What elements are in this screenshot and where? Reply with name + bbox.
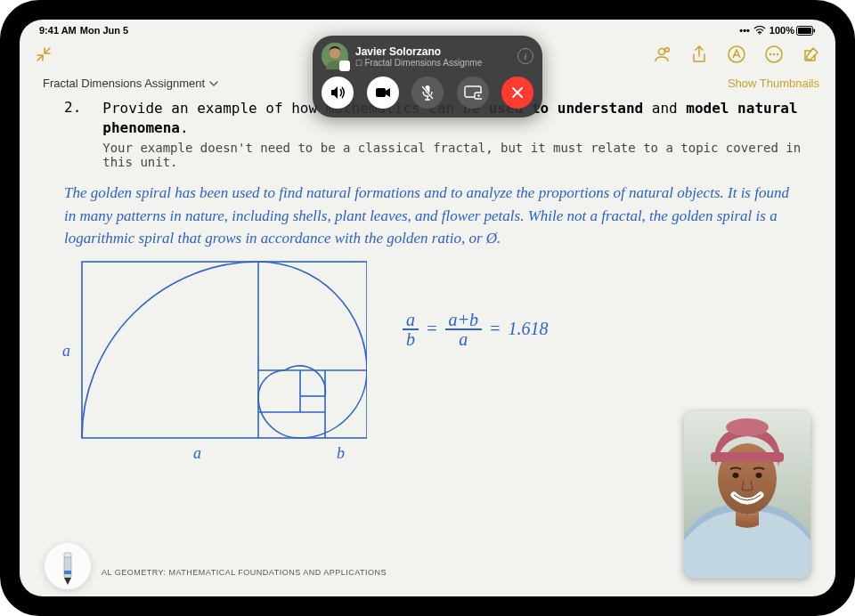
question-sub: Your example doesn't need to be a classi… — [102, 141, 803, 169]
svg-point-0 — [759, 33, 761, 35]
diagram-label-a-left: a — [62, 342, 70, 361]
battery-icon — [796, 26, 816, 36]
caller-subtitle: Fractal Dimensions Assignme — [355, 58, 510, 68]
svg-rect-2 — [798, 28, 811, 34]
golden-spiral-diagram — [64, 257, 367, 449]
status-time: 9:41 AM — [39, 25, 77, 36]
screen-share-icon — [464, 85, 482, 100]
show-thumbnails-button[interactable]: Show Thumbnails — [728, 77, 819, 90]
svg-point-10 — [777, 53, 778, 55]
mic-off-icon — [420, 85, 435, 101]
caller-name: Javier Solorzano — [355, 45, 510, 58]
wifi-icon — [753, 26, 766, 35]
battery-pct: 100% — [770, 25, 794, 36]
camera-button[interactable] — [367, 77, 399, 109]
golden-ratio-equation: ab = a+ba = 1.618 — [403, 311, 549, 348]
svg-rect-24 — [711, 452, 784, 462]
svg-marker-20 — [64, 578, 71, 585]
status-date: Mon Jun 5 — [80, 25, 128, 36]
svg-point-27 — [756, 473, 762, 478]
handwritten-answer: The golden spiral has been used to find … — [64, 182, 803, 250]
svg-rect-3 — [814, 28, 816, 32]
svg-point-8 — [770, 53, 771, 55]
svg-point-4 — [659, 49, 665, 55]
diagram-label-a-bottom: a — [193, 444, 201, 463]
facetime-self-view[interactable] — [684, 411, 810, 579]
svg-rect-21 — [64, 553, 71, 557]
compose-icon[interactable] — [802, 45, 821, 64]
collaborate-icon[interactable] — [652, 45, 672, 64]
end-call-button[interactable] — [501, 77, 533, 109]
svg-point-9 — [773, 53, 775, 55]
more-icon[interactable] — [764, 45, 784, 64]
svg-point-25 — [726, 418, 769, 436]
markup-icon[interactable] — [727, 45, 746, 64]
svg-point-29 — [330, 48, 340, 59]
pencil-icon — [54, 547, 81, 585]
mute-button[interactable] — [411, 77, 444, 109]
pencil-tool-button[interactable] — [45, 543, 91, 589]
video-icon — [375, 86, 391, 99]
note-title-dropdown[interactable]: Fractal Dimensions Assignment — [43, 77, 219, 90]
diagram-label-b-bottom: b — [337, 444, 345, 463]
status-bar: 9:41 AM Mon Jun 5 ••• 100% — [20, 20, 835, 37]
screen-share-button[interactable] — [457, 77, 489, 109]
svg-rect-19 — [64, 571, 71, 574]
note-title: Fractal Dimensions Assignment — [43, 77, 205, 90]
collapse-icon[interactable] — [34, 45, 53, 64]
note-content: 2. Provide an example of how mathematics… — [20, 95, 835, 452]
question-number: 2. — [64, 99, 81, 169]
facetime-call-panel[interactable]: Javier Solorzano Fractal Dimensions Assi… — [313, 36, 542, 118]
svg-rect-30 — [376, 88, 386, 97]
share-icon[interactable] — [689, 45, 709, 64]
speaker-icon — [330, 85, 346, 101]
svg-rect-18 — [64, 556, 71, 578]
close-icon — [511, 86, 524, 99]
call-info-button[interactable]: i — [517, 48, 533, 64]
speaker-button[interactable] — [322, 77, 354, 109]
svg-point-26 — [733, 473, 739, 478]
svg-point-36 — [477, 94, 479, 96]
chevron-down-icon — [208, 78, 219, 89]
caller-avatar — [322, 43, 348, 69]
page-footer-text: AL GEOMETRY: MATHEMATICAL FOUNDATIONS AN… — [102, 568, 387, 577]
dots-icon: ••• — [739, 25, 750, 36]
